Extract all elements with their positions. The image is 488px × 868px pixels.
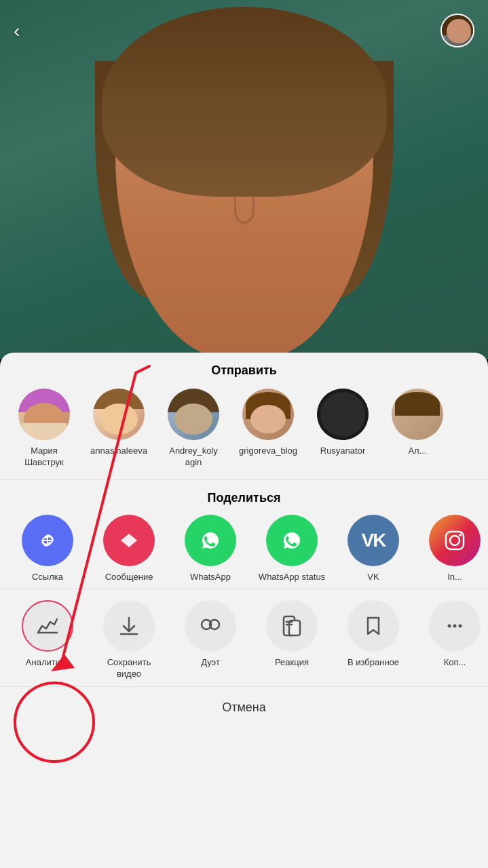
more-label: Коп... (444, 657, 466, 669)
share-item-link[interactable]: Ссылка (7, 515, 88, 583)
reaction-icon (280, 614, 304, 638)
contact-avatar-3 (168, 389, 219, 440)
download-icon (117, 614, 141, 638)
link-icon (34, 527, 61, 554)
instagram-label: In... (447, 572, 462, 583)
actions-row: Аналитика Сохранить видео Дуэт (0, 589, 488, 680)
save-video-icon-container (103, 600, 155, 652)
avatar-face (447, 19, 471, 43)
svg-point-18 (459, 624, 462, 627)
message-label: Сообщение (105, 572, 153, 583)
back-button[interactable]: ‹ (14, 20, 20, 42)
whatsapp-status-icon (277, 526, 307, 555)
instagram-icon (442, 528, 468, 553)
share-item-instagram[interactable]: In... (414, 515, 481, 583)
contact-name-1: Мария Шавструк (14, 446, 75, 469)
contact-item[interactable]: Rusyanator (305, 389, 380, 469)
link-icon-container (22, 515, 73, 566)
reaction-label: Реакция (275, 657, 309, 669)
contact-avatar-5 (317, 389, 369, 440)
favorites-label: В избранное (348, 657, 399, 669)
contact-name-4: grigoreva_blog (239, 446, 297, 457)
share-row: Ссылка Сообщение (7, 515, 481, 583)
share-section: Поделиться Ссылка Сооб (0, 480, 488, 589)
top-right-avatar[interactable] (440, 14, 474, 47)
svg-point-5 (450, 536, 459, 545)
nose (234, 197, 255, 224)
contact-name-5: Rusyanator (320, 446, 365, 457)
contact-avatar-6 (392, 389, 443, 440)
action-item-duet[interactable]: Дуэт (170, 600, 251, 680)
whatsapp-status-label: WhatsApp status (259, 572, 325, 583)
save-video-label: Сохранить видео (94, 657, 164, 680)
analytics-label: Аналитика (26, 657, 69, 669)
contact-item[interactable]: Andrey_koly agin (156, 389, 231, 469)
duet-icon-container (185, 600, 236, 652)
send-title: Отправить (0, 363, 488, 378)
action-item-save-video[interactable]: Сохранить видео (88, 600, 170, 680)
share-title: Поделиться (7, 491, 481, 505)
contact-avatar-4 (242, 389, 294, 440)
contact-item[interactable]: Ал... (380, 389, 455, 469)
analytics-icon-container (22, 600, 73, 652)
reaction-icon-container (266, 600, 318, 652)
svg-point-6 (459, 534, 462, 536)
vk-icon: VK (362, 530, 386, 551)
whatsapp-icon (195, 526, 225, 555)
video-background: ‹ (0, 0, 488, 359)
whatsapp-label: WhatsApp (190, 572, 231, 583)
contact-avatar-2 (93, 389, 145, 440)
more-icon (443, 614, 467, 638)
svg-rect-13 (289, 620, 300, 635)
cancel-button[interactable]: Отмена (0, 686, 488, 728)
share-item-message[interactable]: Сообщение (88, 515, 170, 583)
face-container (75, 7, 414, 359)
more-icon-container (429, 600, 481, 652)
vk-label: VK (367, 572, 379, 583)
link-label: Ссылка (32, 572, 63, 583)
hair-top (102, 7, 387, 197)
contact-item[interactable]: grigoreva_blog (231, 389, 305, 469)
contacts-row: Мария Шавструк annasinaleeva Andrey_koly… (0, 389, 488, 480)
contact-item[interactable]: annasinaleeva (81, 389, 156, 469)
share-item-whatsapp-status[interactable]: WhatsApp status (251, 515, 333, 583)
contact-name-3: Andrey_koly agin (163, 446, 224, 469)
favorites-icon-container (348, 600, 399, 652)
action-item-reaction[interactable]: Реакция (251, 600, 333, 680)
whatsapp-icon-container (185, 515, 236, 566)
action-item-favorites[interactable]: В избранное (333, 600, 414, 680)
contact-item[interactable]: Мария Шавструк (7, 389, 81, 469)
vk-icon-container: VK (348, 515, 399, 566)
message-icon (114, 526, 144, 555)
contact-name-6: Ал... (408, 446, 426, 457)
action-item-analytics[interactable]: Аналитика (7, 600, 88, 680)
duet-icon (198, 614, 223, 638)
duet-label: Дуэт (201, 657, 220, 669)
action-item-more[interactable]: Коп... (414, 600, 488, 680)
svg-marker-1 (121, 534, 137, 547)
instagram-icon-container (429, 515, 481, 566)
contact-name-2: annasinaleeva (90, 446, 147, 457)
svg-point-17 (453, 624, 457, 627)
contact-avatar-1 (18, 389, 70, 440)
svg-point-16 (448, 624, 451, 627)
share-item-whatsapp[interactable]: WhatsApp (170, 515, 251, 583)
share-item-vk[interactable]: VK VK (333, 515, 414, 583)
whatsapp-status-icon-container (266, 515, 318, 566)
bottom-sheet: Отправить Мария Шавструк annasinaleeva (0, 353, 488, 868)
bookmark-icon (361, 614, 386, 638)
analytics-icon (35, 614, 60, 638)
message-icon-container (103, 515, 155, 566)
